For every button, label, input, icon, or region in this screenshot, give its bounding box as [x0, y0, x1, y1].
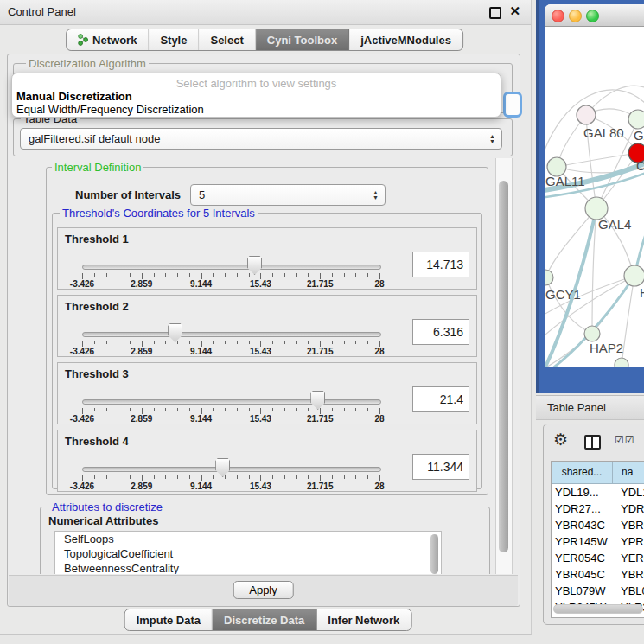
- network-canvas[interactable]: GAL80GACGAL11GAL4GCY1HHAP2: [545, 27, 644, 367]
- panel-scrollbar-track[interactable]: [495, 158, 513, 574]
- node-label: C: [636, 158, 644, 173]
- attribute-item[interactable]: BetweennessCentrality: [55, 561, 441, 574]
- tick-mark: [320, 475, 321, 481]
- tick-mark: [225, 341, 226, 344]
- tick-mark: [225, 475, 226, 479]
- checkbox-checked-icon[interactable]: ☑☑: [615, 434, 635, 446]
- tab-style[interactable]: Style: [149, 29, 199, 50]
- table-row[interactable]: YDL19...YDL1: [552, 484, 644, 501]
- tick-mark: [367, 475, 368, 479]
- cell-name: YBL0: [615, 583, 644, 599]
- tab-network[interactable]: Network: [67, 29, 149, 50]
- gear-icon[interactable]: ⚙: [553, 430, 568, 450]
- minimize-traffic-light-icon[interactable]: [569, 10, 582, 22]
- slider-thumb[interactable]: [215, 458, 230, 477]
- tick-label: -3.426: [70, 481, 94, 491]
- slider-thumb[interactable]: [168, 323, 182, 342]
- tick-mark: [82, 273, 83, 279]
- tick-label: 28: [374, 279, 384, 289]
- tick-mark: [130, 341, 131, 344]
- thresholds-group: Threshold's Coordinates for 5 Intervals …: [52, 213, 482, 489]
- tick-mark: [237, 475, 238, 479]
- tick-mark: [308, 273, 309, 277]
- tick-mark: [260, 475, 261, 481]
- threshold-row: Threshold 3-3.4262.8599.14415.4321.71528…: [57, 362, 477, 424]
- table-row[interactable]: YPR145WYPR1: [552, 533, 644, 550]
- tick-mark: [177, 341, 178, 344]
- column-header-shared[interactable]: shared...: [552, 462, 613, 483]
- attribute-item[interactable]: TopologicalCoefficient: [55, 546, 441, 561]
- table-row[interactable]: YDR27...YDR2: [552, 501, 644, 517]
- slider-thumb[interactable]: [247, 256, 262, 275]
- table-row[interactable]: YIL052CYIL0: [552, 615, 644, 618]
- float-icon[interactable]: [489, 7, 501, 19]
- slider-track[interactable]: [82, 467, 381, 472]
- table-row[interactable]: YBL079WYBL0: [552, 583, 644, 599]
- tick-mark: [284, 475, 285, 479]
- table-row[interactable]: YER054CYER0: [552, 550, 644, 566]
- list-scrollbar[interactable]: [430, 534, 438, 574]
- close-icon[interactable]: ✕: [509, 3, 520, 19]
- threshold-value-field[interactable]: 14.713: [412, 252, 469, 277]
- threshold-value-field[interactable]: 21.4: [412, 386, 469, 412]
- network-icon: [78, 34, 88, 46]
- number-of-intervals-combobox[interactable]: 5 ▲▼: [190, 184, 386, 206]
- threshold-value-field[interactable]: 6.316: [412, 319, 469, 345]
- tab-select[interactable]: Select: [199, 29, 255, 50]
- table-data-combobox-value: galFiltered.sif default node: [21, 132, 489, 145]
- tick-mark: [225, 408, 226, 411]
- algorithm-option[interactable]: Equal Width/Frequency Discretization: [12, 103, 501, 116]
- zoom-traffic-light-icon[interactable]: [586, 10, 599, 22]
- algorithm-combo-focus-ring[interactable]: [503, 92, 522, 118]
- cell-shared-name: YER054C: [552, 550, 615, 566]
- cyni-toolbox-panel: Discretization Algorithm Table Data galF…: [7, 54, 520, 607]
- table-horizontal-scrollbar[interactable]: [553, 604, 643, 614]
- tick-mark: [355, 408, 356, 411]
- network-node[interactable]: [624, 265, 644, 286]
- cell-name: YER0: [615, 550, 644, 566]
- table-row[interactable]: YBR043CYBR0: [552, 517, 644, 533]
- network-node[interactable]: [577, 105, 596, 124]
- tab-cyni-toolbox[interactable]: Cyni Toolbox: [256, 29, 349, 50]
- tick-mark: [82, 408, 83, 414]
- tab-label: Infer Network: [328, 614, 399, 627]
- tick-mark: [344, 408, 345, 411]
- threshold-value-field[interactable]: 11.344: [412, 454, 469, 480]
- table-row[interactable]: YBR045CYBR0: [552, 566, 644, 583]
- attribute-item[interactable]: SelfLoops: [55, 532, 441, 546]
- tab-discretize-data[interactable]: Discretize Data: [213, 609, 316, 630]
- tick-mark: [379, 475, 380, 481]
- columns-icon[interactable]: [584, 435, 601, 450]
- close-traffic-light-icon[interactable]: [552, 10, 564, 22]
- tab-jactivemnodules[interactable]: jActiveMNodules: [349, 29, 462, 50]
- node-label: GAL4: [598, 217, 631, 232]
- number-of-intervals-label: Number of Intervals: [75, 188, 181, 201]
- network-node[interactable]: [584, 326, 600, 341]
- network-node[interactable]: [615, 358, 628, 367]
- slider-thumb[interactable]: [310, 391, 325, 410]
- tick-mark: [284, 273, 285, 277]
- algorithm-option[interactable]: Manual Discretization: [12, 90, 501, 103]
- numerical-attributes-list[interactable]: SelfLoopsTopologicalCoefficientBetweenne…: [54, 531, 442, 574]
- tab-impute-data[interactable]: Impute Data: [125, 609, 213, 630]
- tab-label: Cyni Toolbox: [267, 34, 337, 47]
- tick-mark: [130, 475, 131, 479]
- tick-label: 21.715: [307, 481, 334, 491]
- network-node[interactable]: [545, 270, 553, 285]
- tick-mark: [272, 408, 273, 411]
- column-header-name[interactable]: na: [613, 462, 644, 483]
- table-data-combobox[interactable]: galFiltered.sif default node ▲▼: [20, 128, 502, 150]
- tick-mark: [154, 273, 155, 277]
- slider-track[interactable]: [82, 332, 381, 337]
- tick-mark: [308, 475, 309, 479]
- apply-button[interactable]: Apply: [233, 581, 294, 599]
- panel-scrollbar-thumb[interactable]: [499, 181, 508, 552]
- slider-track[interactable]: [82, 399, 381, 405]
- cell-shared-name: YDL19...: [552, 484, 615, 501]
- network-node[interactable]: [628, 110, 644, 129]
- tick-mark: [332, 475, 333, 479]
- slider-track[interactable]: [82, 265, 381, 270]
- tab-infer-network[interactable]: Infer Network: [316, 609, 411, 630]
- tick-mark: [320, 408, 321, 414]
- tick-mark: [237, 273, 238, 277]
